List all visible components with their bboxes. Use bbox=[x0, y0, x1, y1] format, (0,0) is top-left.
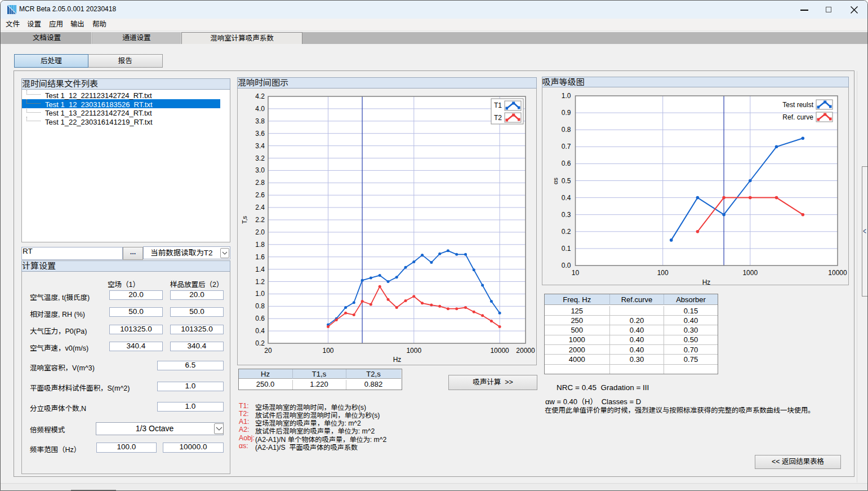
svg-text:Ref. curve: Ref. curve bbox=[782, 113, 813, 121]
svg-text:3.8: 3.8 bbox=[255, 117, 265, 125]
svg-text:4.2: 4.2 bbox=[255, 92, 265, 100]
svg-text:0.0: 0.0 bbox=[562, 262, 571, 269]
svg-text:100: 100 bbox=[322, 347, 333, 355]
svg-text:3.2: 3.2 bbox=[255, 154, 265, 162]
svg-text:20000: 20000 bbox=[516, 347, 535, 355]
svg-text:1.2: 1.2 bbox=[255, 278, 265, 286]
svg-text:Hz: Hz bbox=[393, 356, 402, 364]
svg-text:1.0: 1.0 bbox=[562, 92, 571, 100]
svg-text:2.2: 2.2 bbox=[255, 216, 265, 224]
svg-text:10000: 10000 bbox=[828, 269, 847, 277]
svg-text:0.6: 0.6 bbox=[255, 315, 265, 322]
svg-text:0.4: 0.4 bbox=[255, 327, 265, 335]
svg-text:T1: T1 bbox=[494, 101, 502, 109]
svg-text:4.0: 4.0 bbox=[255, 105, 265, 113]
svg-text:Test reulst: Test reulst bbox=[782, 101, 813, 109]
svg-text:0.2: 0.2 bbox=[255, 339, 265, 347]
svg-text:0.2: 0.2 bbox=[562, 228, 571, 236]
svg-text:3.0: 3.0 bbox=[255, 166, 265, 174]
svg-text:0.8: 0.8 bbox=[255, 302, 265, 310]
svg-text:10: 10 bbox=[572, 269, 580, 277]
svg-text:0.4: 0.4 bbox=[562, 194, 571, 202]
svg-text:0.9: 0.9 bbox=[562, 109, 571, 117]
svg-text:Hz: Hz bbox=[702, 278, 711, 286]
svg-text:2.8: 2.8 bbox=[255, 179, 265, 187]
svg-text:3.4: 3.4 bbox=[255, 142, 265, 150]
svg-text:1.8: 1.8 bbox=[255, 241, 265, 249]
svg-text:0.7: 0.7 bbox=[562, 143, 571, 151]
svg-text:20: 20 bbox=[264, 347, 272, 355]
svg-text:0.1: 0.1 bbox=[562, 245, 571, 253]
svg-text:1000: 1000 bbox=[742, 269, 758, 277]
svg-text:1000: 1000 bbox=[406, 347, 421, 355]
svg-text:2.4: 2.4 bbox=[255, 204, 265, 211]
svg-text:0.3: 0.3 bbox=[562, 211, 571, 219]
svg-text:T2: T2 bbox=[494, 114, 502, 122]
svg-text:1.0: 1.0 bbox=[255, 290, 265, 298]
svg-text:1.6: 1.6 bbox=[255, 253, 265, 261]
svg-text:2.0: 2.0 bbox=[255, 228, 265, 236]
svg-text:10000: 10000 bbox=[490, 347, 509, 355]
svg-text:0.6: 0.6 bbox=[562, 160, 571, 167]
svg-text:2.6: 2.6 bbox=[255, 191, 265, 199]
svg-text:100: 100 bbox=[657, 269, 669, 277]
svg-text:1.4: 1.4 bbox=[255, 266, 265, 273]
svg-text:0.8: 0.8 bbox=[562, 126, 571, 134]
svg-text:3.6: 3.6 bbox=[255, 130, 265, 138]
svg-text:T,s: T,s bbox=[241, 215, 248, 224]
svg-text:αs: αs bbox=[552, 178, 559, 184]
svg-text:0.5: 0.5 bbox=[562, 177, 571, 185]
